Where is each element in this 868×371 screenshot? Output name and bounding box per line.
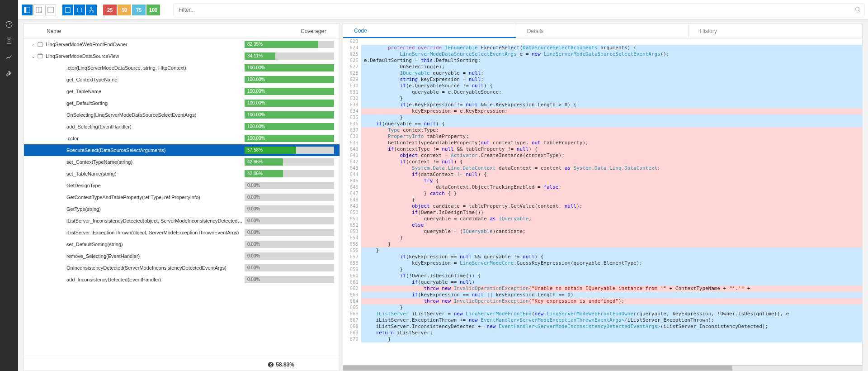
table-row[interactable]: get_ContextTypeName100.00%: [24, 74, 340, 86]
table-row[interactable]: set_ContextTypeName(string)42.86%: [24, 156, 340, 168]
code-line: if(keyExpression == null || keyExpressio…: [361, 292, 862, 298]
coverage-cell: 100.00%: [245, 88, 340, 95]
item-name: add_InconsistencyDetected(EventHandler): [65, 277, 245, 282]
code-line: throw new InvalidOperationException("Una…: [361, 285, 862, 292]
table-row[interactable]: GetType(string)0.00%: [24, 203, 340, 215]
coverage-tree-body[interactable]: ›LinqServerModeWebFrontEndOwner82.35%⌄Li…: [24, 38, 340, 358]
table-row[interactable]: get_DefaultSorting100.00%: [24, 97, 340, 109]
code-line: [361, 38, 862, 45]
code-line: keyExpression = e.KeyExpression;: [361, 108, 862, 114]
code-line: iListServer.ExceptionThrown += new Event…: [361, 317, 862, 323]
view-single-button[interactable]: [45, 5, 56, 15]
gauge-icon[interactable]: [0, 16, 18, 33]
threshold-100-button[interactable]: 100: [146, 5, 160, 15]
coverage-cell: 0.00%: [245, 205, 340, 213]
table-row[interactable]: ›LinqServerModeWebFrontEndOwner82.35%: [24, 38, 340, 50]
column-name-header[interactable]: Name: [24, 28, 245, 34]
code-line: }: [361, 114, 862, 121]
braces-button[interactable]: [74, 5, 85, 15]
code-line: string keyExpression = null;: [361, 76, 862, 83]
threshold-75-button[interactable]: 75: [132, 5, 146, 15]
code-line: if(e.QueryableSource != null) {: [361, 83, 862, 89]
tab-code[interactable]: Code: [343, 24, 516, 38]
tab-history[interactable]: History: [689, 24, 862, 38]
coverage-tree-panel: Name Coverage↑ ›LinqServerModeWebFrontEn…: [24, 24, 340, 371]
code-line: }: [361, 247, 862, 254]
table-row[interactable]: iListServer_ExceptionThrown(object, Serv…: [24, 227, 340, 238]
code-line: if(context != null) {: [361, 159, 862, 165]
coverage-cell: 100.00%: [245, 64, 340, 71]
table-row[interactable]: iListServer_InconsistencyDetected(object…: [24, 215, 340, 227]
table-row[interactable]: set_TableName(string)42.86%: [24, 168, 340, 180]
item-name: LinqServerModeDataSourceView: [44, 53, 245, 59]
view-grid-button[interactable]: [22, 5, 33, 15]
threshold-25-button[interactable]: 25: [103, 5, 117, 15]
code-line: return iListServer;: [361, 330, 862, 336]
namespace-button[interactable]: [62, 5, 73, 15]
code-line: queryable = (IQueryable)candidate;: [361, 228, 862, 235]
table-row[interactable]: get_TableName100.00%: [24, 86, 340, 97]
table-row[interactable]: GetDesignType0.00%: [24, 180, 340, 191]
code-viewer[interactable]: 6236246256266276286296306316326336346356…: [343, 38, 862, 365]
code-line: System.Data.Linq.DataContext dataContext…: [361, 165, 862, 171]
expander-icon[interactable]: ›: [29, 42, 37, 47]
table-row[interactable]: add_InconsistencyDetected(EventHandler)0…: [24, 274, 340, 285]
table-row[interactable]: remove_Selecting(EventHandler)0.00%: [24, 250, 340, 262]
code-line: throw new InvalidOperationException("Key…: [361, 298, 862, 304]
table-row[interactable]: set_DefaultSorting(string)0.00%: [24, 238, 340, 250]
code-line: LinqServerModeDataSourceSelectEventArgs …: [361, 51, 862, 57]
svg-point-9: [89, 10, 91, 12]
clipboard-icon[interactable]: [0, 33, 18, 49]
sidebar: [0, 0, 18, 371]
coverage-summary: 58.83%: [24, 358, 340, 371]
code-line: try {: [361, 178, 862, 184]
code-line: keyExpression = LinqServerModeCore.Guess…: [361, 260, 862, 266]
search-icon[interactable]: [854, 6, 861, 13]
item-name: OnInconsistencyDetected(ServerModeIncons…: [65, 265, 245, 271]
coverage-cell: 100.00%: [245, 111, 340, 119]
code-line: IListServer iListServer = new LinqServer…: [361, 311, 862, 317]
hierarchy-button[interactable]: [86, 5, 97, 15]
svg-rect-13: [38, 55, 42, 58]
table-row[interactable]: .cctor100.00%: [24, 133, 340, 144]
table-row[interactable]: GetContextTypeAndTableProperty(ref Type,…: [24, 191, 340, 203]
class-icon: [37, 53, 44, 59]
threshold-50-button[interactable]: 50: [118, 5, 131, 15]
table-row[interactable]: ⌄LinqServerModeDataSourceView34.11%: [24, 50, 340, 62]
table-row[interactable]: ExecuteSelect(DataSourceSelectArguments)…: [24, 144, 340, 156]
view-split-button[interactable]: [33, 5, 44, 15]
chart-icon[interactable]: [0, 49, 18, 65]
code-line: if(e.KeyExpression != null && e.KeyExpre…: [361, 102, 862, 108]
code-line: queryable = candidate as IQueryable;: [361, 216, 862, 222]
expander-icon[interactable]: ⌄: [29, 53, 37, 59]
code-line: }: [361, 336, 862, 342]
coverage-cell: 42.86%: [245, 158, 340, 166]
item-name: GetDesignType: [65, 183, 245, 188]
code-line: queryable = e.QueryableSource;: [361, 89, 862, 95]
table-row[interactable]: OnSelecting(LinqServerModeDataSourceSele…: [24, 109, 340, 121]
item-name: .ctor(LinqServerModeDataSource, string, …: [65, 65, 245, 71]
item-name: get_DefaultSorting: [65, 100, 245, 106]
coverage-cell: 0.00%: [245, 229, 340, 236]
toolbar: 25 50 75 100: [18, 0, 868, 20]
item-name: set_DefaultSorting(string): [65, 242, 245, 247]
total-coverage-value: 58.83%: [276, 361, 294, 368]
code-line: if(Owner.IsDesignTime()): [361, 209, 862, 216]
code-line: } catch { }: [361, 190, 862, 197]
coverage-cell: 0.00%: [245, 182, 340, 189]
wrench-icon[interactable]: [0, 65, 18, 81]
coverage-cell: 0.00%: [245, 264, 340, 271]
column-coverage-header[interactable]: Coverage↑: [245, 28, 340, 34]
table-row[interactable]: OnInconsistencyDetected(ServerModeIncons…: [24, 262, 340, 274]
item-name: iListServer_InconsistencyDetected(object…: [65, 218, 245, 224]
table-row[interactable]: add_Selecting(EventHandler)100.00%: [24, 121, 340, 133]
code-line: }: [361, 197, 862, 203]
item-name: OnSelecting(LinqServerModeDataSourceSele…: [65, 112, 245, 118]
filter-input[interactable]: [174, 4, 864, 16]
tab-details[interactable]: Details: [516, 24, 689, 38]
item-name: GetContextTypeAndTableProperty(ref Type,…: [65, 195, 245, 200]
svg-rect-6: [48, 7, 53, 12]
horizontal-scrollbar[interactable]: [343, 365, 862, 371]
code-line: }: [361, 95, 862, 102]
table-row[interactable]: .ctor(LinqServerModeDataSource, string, …: [24, 62, 340, 74]
